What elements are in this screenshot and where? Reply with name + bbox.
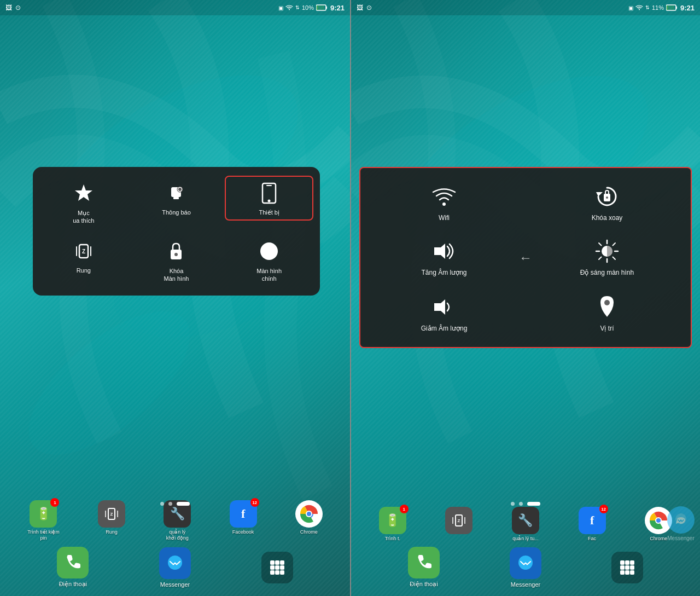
svg-rect-77 [625, 565, 629, 570]
messenger-dock-label: Messenger [160, 581, 190, 588]
chrome-app[interactable]: Chrome [295, 500, 323, 541]
right-app-row: 🔋 1 Trình t. Z 🔧 quản lý tu... f 12 Fac [351, 507, 700, 541]
quick-menu-item-vol-up[interactable]: Tăng Âm lượng [366, 233, 522, 282]
lock-icon [163, 238, 189, 264]
svg-rect-76 [620, 565, 625, 570]
svg-rect-6 [326, 7, 327, 9]
facebook-label: Facebook [232, 529, 254, 535]
svg-line-61 [599, 257, 602, 260]
messenger-dock-item-r[interactable]: Messenger [510, 547, 541, 588]
svg-rect-7 [317, 5, 324, 10]
facebook-app[interactable]: f 12 Facebook [230, 500, 257, 541]
svg-rect-38 [270, 570, 275, 575]
volume-up-icon [430, 237, 458, 265]
vol-up-label: Tăng Âm lượng [421, 269, 466, 277]
wifi-icon [430, 182, 458, 211]
left-screen: 🖼 ⊙ ▣ ⇅ 10% 9:21 Mụcua thích [0, 0, 350, 596]
manager-app[interactable]: 🔧 quản lýkhởi động [164, 500, 191, 541]
right-status-right: ▣ ⇅ 11% 9:21 [628, 4, 695, 12]
svg-point-63 [604, 300, 610, 305]
screen-divider [350, 0, 351, 596]
chrome-label: Chrome [300, 529, 318, 535]
page-dot-2[interactable] [168, 502, 172, 506]
quick-menu-item-favorites[interactable]: Mụcua thích [39, 176, 128, 229]
page-dot-1-r[interactable] [511, 502, 515, 506]
location-label: Vị trí [600, 325, 614, 332]
phone-dock-item-r[interactable]: Điện thoại [408, 547, 440, 588]
facebook-badge-r: 12 [599, 505, 608, 513]
manager-app-r[interactable]: 🔧 quản lý tu... [512, 507, 539, 541]
battery-saver-label: Trình tiết kiệmpin [27, 529, 60, 541]
svg-rect-37 [280, 565, 284, 570]
svg-point-3 [289, 9, 290, 10]
svg-rect-73 [620, 560, 625, 565]
svg-text:Z: Z [458, 518, 460, 523]
page-dash-active[interactable] [177, 502, 190, 506]
quick-menu-item-brightness[interactable]: Độ sáng màn hình [529, 233, 685, 282]
battery-text-right: 11% [652, 4, 664, 11]
quick-menu-item-location[interactable]: Vị trí [529, 288, 685, 337]
phone-dock-item[interactable]: Điện thoại [57, 547, 89, 588]
brightness-icon [593, 237, 621, 265]
page-dot-1[interactable] [160, 502, 164, 506]
wifi-label: Wifi [439, 214, 450, 222]
svg-rect-79 [620, 570, 625, 575]
svg-marker-8 [75, 184, 92, 201]
star-icon [71, 180, 97, 206]
left-status-right: ▣ ⇅ 10% 9:21 [278, 4, 345, 12]
quick-menu-item-vol-down[interactable]: Giảm Âm lượng [366, 288, 522, 338]
right-screen: 🖼 ⊙ ▣ ⇅ 11% 9:21 ← [351, 0, 700, 596]
device-icon [256, 180, 282, 206]
page-dash-active-r[interactable] [527, 502, 540, 506]
notification-label: Thông báo [162, 209, 191, 216]
manager-label-r: quản lý tu... [512, 536, 539, 541]
svg-point-21 [174, 253, 178, 256]
manager-label: quản lýkhởi động [166, 529, 189, 541]
quick-menu-item-home[interactable]: Màn hìnhchính [225, 234, 313, 287]
svg-rect-32 [270, 560, 275, 565]
svg-point-51 [606, 196, 608, 199]
messenger-dock-item[interactable]: Messenger [159, 547, 191, 588]
quick-menu-item-wifi[interactable]: Wifi [366, 178, 522, 226]
facebook-app-r[interactable]: f 12 Fac [579, 507, 606, 541]
phone-dock-label: Điện thoại [59, 581, 87, 588]
chrome-label-r: Chrome [650, 536, 667, 541]
home-circle-icon [256, 238, 282, 264]
svg-rect-81 [630, 570, 634, 575]
image-status-icon: 🖼 [5, 4, 12, 11]
signal-arrows-icon-left: ⇅ [295, 5, 300, 10]
svg-rect-10 [173, 197, 179, 199]
favorites-label: Mụcua thích [73, 209, 94, 225]
svg-line-58 [599, 243, 602, 246]
vol-down-label: Giảm Âm lượng [421, 325, 468, 333]
app-grid-dock-item-r[interactable] [611, 552, 643, 583]
quick-menu-item-notification[interactable]: Thông báo [132, 176, 221, 220]
quick-menu-item-device[interactable]: Thiết bị [225, 176, 313, 221]
page-dot-2-r[interactable] [519, 502, 523, 506]
camera-status-icon: ⊙ [15, 4, 21, 11]
battery-saver-app[interactable]: 🔋 1 Trình tiết kiệmpin [27, 500, 60, 541]
battery-saver-app-r[interactable]: 🔋 1 Trình t. [379, 507, 406, 541]
quick-menu-item-rotate-lock[interactable]: Khóa xoay [529, 178, 685, 226]
notification-icon [163, 180, 189, 206]
left-quick-menu[interactable]: Mụcua thích Thông báo [33, 167, 320, 296]
quick-menu-item-lock[interactable]: KhóaMàn hình [132, 234, 221, 287]
messenger-app-right[interactable]: Messenger [667, 506, 695, 541]
svg-rect-78 [630, 565, 634, 570]
sim-icon: ▣ [278, 5, 283, 11]
wifi-status-icon-left [285, 4, 293, 11]
quick-menu-item-vibrate[interactable]: Z Rung [39, 234, 128, 278]
app-grid-dock-item[interactable] [261, 552, 293, 583]
time-right: 9:21 [680, 4, 695, 12]
vibrate-app-r[interactable]: Z [445, 507, 472, 541]
back-arrow: ← [519, 250, 532, 265]
right-quick-menu[interactable]: ← Wifi [359, 167, 692, 348]
svg-rect-47 [667, 5, 674, 10]
volume-down-icon [430, 293, 458, 321]
right-page-indicators [351, 502, 700, 506]
svg-point-22 [260, 242, 278, 260]
svg-rect-46 [676, 7, 677, 9]
svg-text:Z: Z [110, 512, 113, 517]
vibrate-app[interactable]: Z Rung [98, 500, 125, 541]
messenger-dock-label-r: Messenger [511, 581, 540, 588]
